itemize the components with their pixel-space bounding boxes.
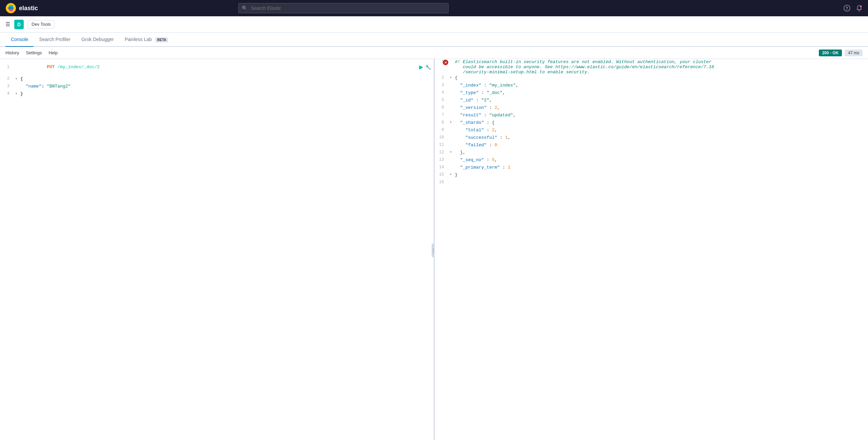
output-line-16: 16	[435, 179, 868, 187]
output-line-5: 5 "_id" : "2",	[435, 97, 868, 105]
top-nav-right: ?	[844, 5, 863, 12]
console-toolbar: History Settings Help 200 - OK 47 ms	[0, 47, 868, 59]
output-line-8: 8 ▾ "_shards" : {	[435, 120, 868, 127]
out-line-num-4: 4	[435, 90, 448, 95]
pane-divider[interactable]: ⋮	[432, 244, 435, 257]
output-line-3: 3 "_index" : "my_index",	[435, 82, 868, 90]
out-line-num-12: 12	[435, 150, 448, 155]
method-keyword: PUT	[47, 64, 55, 70]
out-content-11: "failed" : 0	[454, 142, 868, 148]
line-content-1[interactable]: PUT /my_index/_doc/2	[19, 59, 419, 75]
second-navigation: ☰ D Dev Tools	[0, 16, 868, 33]
history-btn[interactable]: History	[5, 49, 19, 57]
notifications-btn[interactable]	[856, 5, 863, 12]
response-output: ✕ 1 #! Elasticsearch built-in security f…	[435, 59, 868, 440]
editor-area: 1 PUT /my_index/_doc/2 ▶ 🔧 2 ▾ { 3	[0, 59, 868, 440]
bell-icon	[856, 5, 863, 12]
out-line-num-10: 10	[435, 135, 448, 140]
out-line-num-9: 9	[435, 128, 448, 132]
editor-line-3: 3 "name": "BNTang2"	[0, 82, 434, 90]
output-line-7: 7 "result" : "updated",	[435, 112, 868, 120]
tab-grok-debugger[interactable]: Grok Debugger	[76, 33, 119, 47]
search-input[interactable]	[238, 3, 449, 13]
elastic-wordmark: elastic	[19, 5, 38, 12]
tab-search-profiler[interactable]: Search Profiler	[34, 33, 76, 47]
out-line-num-7: 7	[435, 113, 448, 117]
out-content-2: {	[454, 75, 868, 80]
tab-painless-lab[interactable]: Painless Lab BETA	[119, 33, 174, 47]
output-line-6: 6 "_version" : 2,	[435, 105, 868, 112]
colon: :	[41, 84, 47, 89]
brace-close: }	[20, 91, 23, 96]
elastic-logo[interactable]: elastic	[5, 3, 38, 14]
out-line-num-2: 2	[435, 75, 448, 80]
global-search-bar: 🔍	[238, 3, 449, 13]
out-fold-12[interactable]: ▾	[448, 150, 454, 154]
out-line-num-16: 16	[435, 180, 448, 185]
line-num-4: 4	[0, 91, 14, 96]
out-line-num-6: 6	[435, 105, 448, 110]
line-actions-1: ▶ 🔧	[419, 64, 431, 70]
out-fold-2[interactable]: ▾	[448, 75, 454, 79]
out-line-num-14: 14	[435, 165, 448, 170]
out-fold-8[interactable]: ▾	[448, 120, 454, 124]
out-line-num-15: 15	[435, 172, 448, 177]
out-content-7: "result" : "updated",	[454, 113, 868, 118]
out-content-4: "_type" : "_doc",	[454, 90, 868, 95]
out-line-num-11: 11	[435, 142, 448, 147]
help-circle-icon: ?	[844, 5, 850, 12]
line-num-2: 2	[0, 76, 14, 81]
output-line-1: ✕ 1 #! Elasticsearch built-in security f…	[435, 59, 868, 75]
out-content-12: },	[454, 150, 868, 155]
tab-console[interactable]: Console	[5, 33, 34, 47]
svg-point-6	[860, 5, 862, 7]
value-name: "BNTang2"	[47, 84, 71, 89]
out-content-6: "_version" : 2,	[454, 105, 868, 110]
divider-dots-icon: ⋮	[431, 248, 435, 253]
editor-line-4: 4 ▾ }	[0, 90, 434, 97]
out-content-3: "_index" : "my_index",	[454, 83, 868, 88]
output-line-11: 11 "failed" : 0	[435, 142, 868, 150]
help-btn[interactable]: Help	[48, 49, 58, 57]
beta-badge: BETA	[155, 37, 168, 42]
help-icon-btn[interactable]: ?	[844, 5, 850, 12]
hamburger-menu-btn[interactable]: ☰	[5, 21, 10, 27]
editor-line-1: 1 PUT /my_index/_doc/2 ▶ 🔧	[0, 59, 434, 75]
line-num-3: 3	[0, 84, 14, 89]
elastic-logo-icon	[5, 3, 16, 14]
out-content-5: "_id" : "2",	[454, 98, 868, 103]
output-line-9: 9 "total" : 2,	[435, 127, 868, 135]
output-line-2: 2 ▾ {	[435, 75, 868, 82]
tab-bar: Console Search Profiler Grok Debugger Pa…	[0, 33, 868, 47]
out-content-10: "successful" : 1,	[454, 135, 868, 140]
out-content-13: "_seq_no" : 5,	[454, 157, 868, 162]
top-navigation: elastic 🔍 ?	[0, 0, 868, 16]
svg-point-3	[8, 7, 14, 9]
path-text: /my_index/_doc/2	[57, 64, 100, 70]
line-content-3[interactable]: "name": "BNTang2"	[19, 84, 434, 89]
code-editor-content[interactable]: 1 PUT /my_index/_doc/2 ▶ 🔧 2 ▾ { 3	[0, 59, 434, 440]
response-content: ✕ 1 #! Elasticsearch built-in security f…	[435, 59, 868, 440]
fold-4[interactable]: ▾	[14, 92, 19, 96]
request-editor[interactable]: 1 PUT /my_index/_doc/2 ▶ 🔧 2 ▾ { 3	[0, 59, 435, 440]
settings-btn[interactable]: Settings	[26, 49, 42, 57]
output-line-10: 10 "successful" : 1,	[435, 135, 868, 142]
fold-2[interactable]: ▾	[14, 77, 19, 81]
dev-tools-breadcrumb[interactable]: Dev Tools	[28, 20, 55, 28]
out-fold-15[interactable]: ▾	[448, 172, 454, 176]
line-content-2[interactable]: {	[19, 76, 434, 81]
line-num-1: 1	[0, 65, 14, 70]
clear-output-btn[interactable]: ✕	[443, 60, 448, 65]
output-line-4: 4 "_type" : "_doc",	[435, 90, 868, 97]
output-line-15: 15 ▾ }	[435, 172, 868, 179]
run-request-btn[interactable]: ▶	[419, 64, 423, 70]
copy-request-btn[interactable]: 🔧	[425, 64, 431, 70]
line-content-4[interactable]: }	[19, 91, 434, 96]
status-badge: 200 - OK	[819, 50, 842, 56]
search-icon: 🔍	[242, 5, 248, 11]
out-line-num-5: 5	[435, 98, 448, 102]
out-content-14: "_primary_term" : 1	[454, 165, 868, 170]
key-name: "name"	[26, 84, 42, 89]
out-line-num-8: 8	[435, 120, 448, 125]
output-line-14: 14 "_primary_term" : 1	[435, 165, 868, 172]
